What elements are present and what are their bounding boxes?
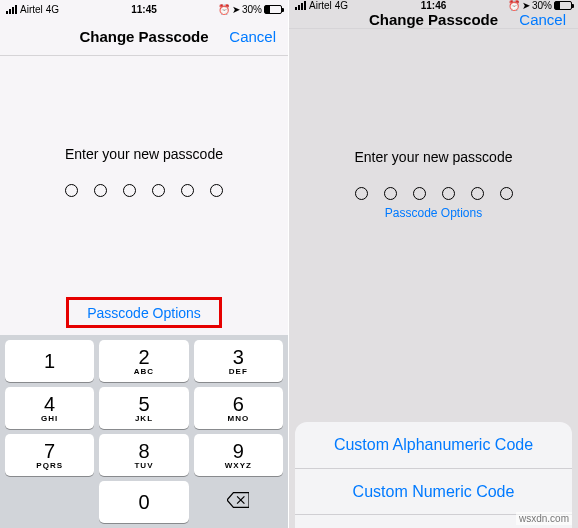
alarm-icon: ⏰	[508, 0, 520, 11]
carrier-label: Airtel	[309, 0, 332, 11]
location-icon: ➤	[522, 0, 530, 11]
highlight-box: Passcode Options	[66, 297, 222, 328]
passcode-dots	[355, 187, 513, 200]
numeric-keypad: 1 2ABC 3DEF 4GHI 5JKL 6MNO 7PQRS 8TUV 9W…	[0, 335, 288, 528]
location-icon: ➤	[232, 4, 240, 15]
passcode-dot	[500, 187, 513, 200]
key-4[interactable]: 4GHI	[5, 387, 94, 429]
cancel-button[interactable]: Cancel	[229, 28, 276, 45]
key-2[interactable]: 2ABC	[99, 340, 188, 382]
passcode-options-button[interactable]: Passcode Options	[375, 200, 492, 226]
battery-percent: 30%	[242, 4, 262, 15]
nav-title: Change Passcode	[79, 28, 208, 45]
signal-icon	[295, 1, 306, 10]
status-bar: Airtel 4G 11:45 ⏰ ➤ 30%	[0, 0, 288, 18]
phone-right: Airtel 4G 11:46 ⏰ ➤ 30% Change Passcode …	[289, 0, 578, 528]
passcode-dot	[65, 184, 78, 197]
key-7[interactable]: 7PQRS	[5, 434, 94, 476]
backspace-icon	[227, 492, 249, 513]
cancel-button[interactable]: Cancel	[519, 11, 566, 28]
key-6[interactable]: 6MNO	[194, 387, 283, 429]
sheet-option-numeric[interactable]: Custom Numeric Code	[295, 468, 572, 514]
sheet-option-alphanumeric[interactable]: Custom Alphanumeric Code	[295, 422, 572, 468]
key-0[interactable]: 0	[99, 481, 188, 523]
carrier-label: Airtel	[20, 4, 43, 15]
passcode-dot	[152, 184, 165, 197]
key-1[interactable]: 1	[5, 340, 94, 382]
signal-icon	[6, 5, 17, 14]
passcode-prompt: Enter your new passcode	[355, 149, 513, 165]
passcode-dot	[181, 184, 194, 197]
passcode-dot	[94, 184, 107, 197]
nav-bar: Change Passcode Cancel	[289, 11, 578, 29]
phone-left: Airtel 4G 11:45 ⏰ ➤ 30% Change Passcode …	[0, 0, 289, 528]
passcode-dot	[210, 184, 223, 197]
passcode-dot	[384, 187, 397, 200]
alarm-icon: ⏰	[218, 4, 230, 15]
key-5[interactable]: 5JKL	[99, 387, 188, 429]
key-8[interactable]: 8TUV	[99, 434, 188, 476]
passcode-dot	[123, 184, 136, 197]
status-bar: Airtel 4G 11:46 ⏰ ➤ 30%	[289, 0, 578, 11]
network-label: 4G	[46, 4, 59, 15]
passcode-options-button[interactable]: Passcode Options	[77, 299, 211, 327]
nav-bar: Change Passcode Cancel	[0, 18, 288, 56]
network-label: 4G	[335, 0, 348, 11]
clock-label: 11:46	[421, 0, 447, 11]
passcode-prompt: Enter your new passcode	[65, 146, 223, 162]
key-9[interactable]: 9WXYZ	[194, 434, 283, 476]
watermark-label: wsxdn.com	[516, 512, 572, 525]
passcode-dot	[471, 187, 484, 200]
nav-title: Change Passcode	[369, 11, 498, 28]
key-3[interactable]: 3DEF	[194, 340, 283, 382]
battery-icon	[264, 5, 282, 14]
passcode-dot	[442, 187, 455, 200]
passcode-dot	[355, 187, 368, 200]
passcode-dots	[65, 184, 223, 197]
battery-icon	[554, 1, 572, 10]
battery-percent: 30%	[532, 0, 552, 11]
clock-label: 11:45	[131, 4, 157, 15]
backspace-button[interactable]	[194, 481, 283, 523]
key-blank	[5, 481, 94, 523]
passcode-dot	[413, 187, 426, 200]
